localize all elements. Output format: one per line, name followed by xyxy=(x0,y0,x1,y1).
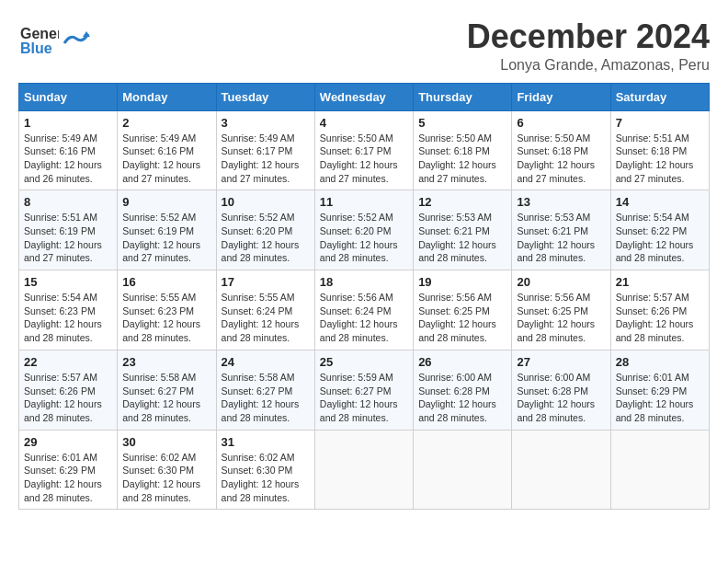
day-number: 19 xyxy=(418,275,506,289)
day-number: 18 xyxy=(320,275,408,289)
day-info: Sunrise: 5:52 AM Sunset: 6:19 PM Dayligh… xyxy=(122,211,210,265)
svg-text:Blue: Blue xyxy=(20,40,52,56)
day-of-week-header: SundayMondayTuesdayWednesdayThursdayFrid… xyxy=(19,83,710,110)
calendar-cell: 30Sunrise: 6:02 AM Sunset: 6:30 PM Dayli… xyxy=(118,430,216,510)
day-number: 22 xyxy=(24,355,112,369)
day-number: 14 xyxy=(616,195,704,209)
day-info: Sunrise: 5:51 AM Sunset: 6:18 PM Dayligh… xyxy=(616,132,704,186)
calendar-week-1: 1Sunrise: 5:49 AM Sunset: 6:16 PM Daylig… xyxy=(19,110,710,190)
day-info: Sunrise: 5:50 AM Sunset: 6:18 PM Dayligh… xyxy=(517,132,605,186)
calendar-cell xyxy=(414,430,512,510)
calendar-cell: 25Sunrise: 5:59 AM Sunset: 6:27 PM Dayli… xyxy=(314,350,413,430)
day-info: Sunrise: 5:55 AM Sunset: 6:24 PM Dayligh… xyxy=(222,291,310,345)
column-header-wednesday: Wednesday xyxy=(314,83,413,110)
calendar-cell: 7Sunrise: 5:51 AM Sunset: 6:18 PM Daylig… xyxy=(610,110,709,190)
day-info: Sunrise: 5:54 AM Sunset: 6:23 PM Dayligh… xyxy=(24,291,112,345)
calendar-cell xyxy=(610,430,709,510)
calendar-cell xyxy=(512,430,610,510)
day-info: Sunrise: 5:53 AM Sunset: 6:21 PM Dayligh… xyxy=(418,211,506,265)
svg-text:General: General xyxy=(20,26,59,41)
calendar-cell: 11Sunrise: 5:52 AM Sunset: 6:20 PM Dayli… xyxy=(314,190,413,270)
day-number: 3 xyxy=(222,116,310,130)
calendar-cell: 5Sunrise: 5:50 AM Sunset: 6:18 PM Daylig… xyxy=(414,110,512,190)
day-info: Sunrise: 5:56 AM Sunset: 6:25 PM Dayligh… xyxy=(517,291,605,345)
calendar-table: SundayMondayTuesdayWednesdayThursdayFrid… xyxy=(18,83,710,511)
calendar-week-2: 8Sunrise: 5:51 AM Sunset: 6:19 PM Daylig… xyxy=(19,190,710,270)
day-info: Sunrise: 5:50 AM Sunset: 6:17 PM Dayligh… xyxy=(320,132,408,186)
day-info: Sunrise: 6:01 AM Sunset: 6:29 PM Dayligh… xyxy=(616,371,704,425)
day-number: 11 xyxy=(320,195,408,209)
day-number: 30 xyxy=(122,435,210,449)
day-number: 21 xyxy=(616,275,704,289)
calendar-cell: 13Sunrise: 5:53 AM Sunset: 6:21 PM Dayli… xyxy=(512,190,610,270)
column-header-thursday: Thursday xyxy=(414,83,512,110)
day-number: 6 xyxy=(517,116,605,130)
day-number: 8 xyxy=(24,195,112,209)
day-info: Sunrise: 6:02 AM Sunset: 6:30 PM Dayligh… xyxy=(222,451,310,505)
day-info: Sunrise: 5:58 AM Sunset: 6:27 PM Dayligh… xyxy=(122,371,210,425)
calendar-cell: 23Sunrise: 5:58 AM Sunset: 6:27 PM Dayli… xyxy=(118,350,216,430)
calendar-cell: 28Sunrise: 6:01 AM Sunset: 6:29 PM Dayli… xyxy=(610,350,709,430)
column-header-tuesday: Tuesday xyxy=(216,83,314,110)
day-info: Sunrise: 5:52 AM Sunset: 6:20 PM Dayligh… xyxy=(222,211,310,265)
day-info: Sunrise: 5:49 AM Sunset: 6:16 PM Dayligh… xyxy=(24,132,112,186)
calendar-cell: 27Sunrise: 6:00 AM Sunset: 6:28 PM Dayli… xyxy=(512,350,610,430)
day-info: Sunrise: 5:52 AM Sunset: 6:20 PM Dayligh… xyxy=(320,211,408,265)
day-info: Sunrise: 5:57 AM Sunset: 6:26 PM Dayligh… xyxy=(24,371,112,425)
calendar-body: 1Sunrise: 5:49 AM Sunset: 6:16 PM Daylig… xyxy=(19,110,710,510)
day-info: Sunrise: 5:56 AM Sunset: 6:24 PM Dayligh… xyxy=(320,291,408,345)
calendar-cell: 26Sunrise: 6:00 AM Sunset: 6:28 PM Dayli… xyxy=(414,350,512,430)
day-info: Sunrise: 5:51 AM Sunset: 6:19 PM Dayligh… xyxy=(24,211,112,265)
calendar-cell xyxy=(314,430,413,510)
logo-wave-icon xyxy=(63,29,90,48)
day-number: 4 xyxy=(320,116,408,130)
day-number: 10 xyxy=(222,195,310,209)
page-title: December 2024 xyxy=(467,18,710,55)
calendar-cell: 21Sunrise: 5:57 AM Sunset: 6:26 PM Dayli… xyxy=(610,270,709,350)
day-number: 15 xyxy=(24,275,112,289)
calendar-cell: 2Sunrise: 5:49 AM Sunset: 6:16 PM Daylig… xyxy=(118,110,216,190)
day-number: 23 xyxy=(122,355,210,369)
day-info: Sunrise: 5:57 AM Sunset: 6:26 PM Dayligh… xyxy=(616,291,704,345)
column-header-saturday: Saturday xyxy=(610,83,709,110)
day-number: 29 xyxy=(24,435,112,449)
calendar-cell: 14Sunrise: 5:54 AM Sunset: 6:22 PM Dayli… xyxy=(610,190,709,270)
day-number: 31 xyxy=(222,435,310,449)
day-number: 24 xyxy=(222,355,310,369)
calendar-cell: 31Sunrise: 6:02 AM Sunset: 6:30 PM Dayli… xyxy=(216,430,314,510)
svg-marker-2 xyxy=(83,31,90,37)
calendar-cell: 1Sunrise: 5:49 AM Sunset: 6:16 PM Daylig… xyxy=(19,110,118,190)
day-info: Sunrise: 5:49 AM Sunset: 6:17 PM Dayligh… xyxy=(222,132,310,186)
page-header: General Blue December 2024 Lonya Grande,… xyxy=(18,18,710,74)
page-subtitle: Lonya Grande, Amazonas, Peru xyxy=(467,57,710,74)
column-header-friday: Friday xyxy=(512,83,610,110)
day-info: Sunrise: 6:00 AM Sunset: 6:28 PM Dayligh… xyxy=(517,371,605,425)
day-number: 26 xyxy=(418,355,506,369)
day-info: Sunrise: 5:49 AM Sunset: 6:16 PM Dayligh… xyxy=(122,132,210,186)
day-info: Sunrise: 6:00 AM Sunset: 6:28 PM Dayligh… xyxy=(418,371,506,425)
calendar-cell: 8Sunrise: 5:51 AM Sunset: 6:19 PM Daylig… xyxy=(19,190,118,270)
calendar-cell: 20Sunrise: 5:56 AM Sunset: 6:25 PM Dayli… xyxy=(512,270,610,350)
day-number: 5 xyxy=(418,116,506,130)
day-info: Sunrise: 5:50 AM Sunset: 6:18 PM Dayligh… xyxy=(418,132,506,186)
calendar-cell: 15Sunrise: 5:54 AM Sunset: 6:23 PM Dayli… xyxy=(19,270,118,350)
day-number: 2 xyxy=(122,116,210,130)
calendar-week-3: 15Sunrise: 5:54 AM Sunset: 6:23 PM Dayli… xyxy=(19,270,710,350)
calendar-week-4: 22Sunrise: 5:57 AM Sunset: 6:26 PM Dayli… xyxy=(19,350,710,430)
calendar-cell: 29Sunrise: 6:01 AM Sunset: 6:29 PM Dayli… xyxy=(19,430,118,510)
calendar-week-5: 29Sunrise: 6:01 AM Sunset: 6:29 PM Dayli… xyxy=(19,430,710,510)
day-info: Sunrise: 5:54 AM Sunset: 6:22 PM Dayligh… xyxy=(616,211,704,265)
day-info: Sunrise: 6:02 AM Sunset: 6:30 PM Dayligh… xyxy=(122,451,210,505)
day-info: Sunrise: 5:53 AM Sunset: 6:21 PM Dayligh… xyxy=(517,211,605,265)
day-number: 13 xyxy=(517,195,605,209)
calendar-cell: 12Sunrise: 5:53 AM Sunset: 6:21 PM Dayli… xyxy=(414,190,512,270)
day-info: Sunrise: 5:58 AM Sunset: 6:27 PM Dayligh… xyxy=(222,371,310,425)
day-number: 17 xyxy=(222,275,310,289)
day-number: 16 xyxy=(122,275,210,289)
calendar-cell: 4Sunrise: 5:50 AM Sunset: 6:17 PM Daylig… xyxy=(314,110,413,190)
day-number: 7 xyxy=(616,116,704,130)
calendar-cell: 9Sunrise: 5:52 AM Sunset: 6:19 PM Daylig… xyxy=(118,190,216,270)
day-info: Sunrise: 6:01 AM Sunset: 6:29 PM Dayligh… xyxy=(24,451,112,505)
title-area: December 2024 Lonya Grande, Amazonas, Pe… xyxy=(467,18,710,74)
day-number: 20 xyxy=(517,275,605,289)
